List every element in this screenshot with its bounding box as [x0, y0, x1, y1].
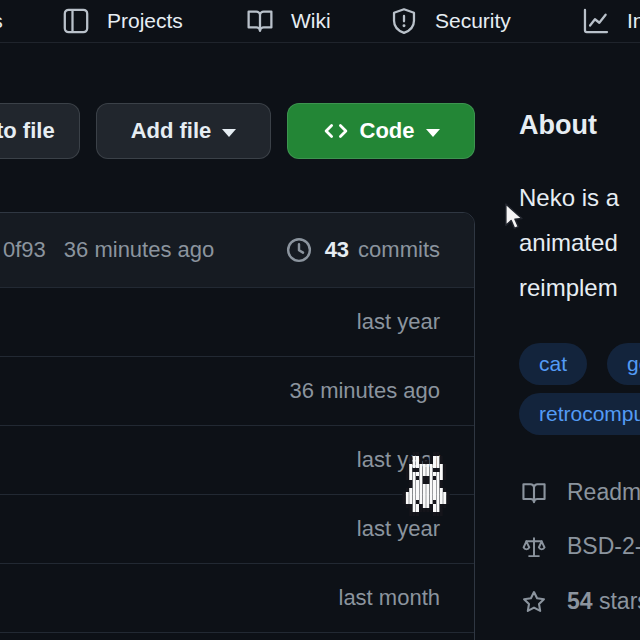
chevron-down-icon [222, 129, 236, 137]
file-updated-time[interactable]: 36 minutes ago [290, 378, 440, 404]
stars-count: 54 [567, 588, 593, 614]
book-icon [521, 480, 547, 506]
commits-count: 43 [325, 237, 349, 263]
topic-tag-retrocomputing[interactable]: retrocomputing [519, 393, 640, 435]
book-icon [246, 7, 274, 35]
nav-label: Insights [627, 9, 640, 33]
law-scales-icon [521, 534, 547, 560]
add-file-label: Add file [131, 118, 212, 144]
nav-label: Security [435, 9, 511, 33]
history-clock-icon [285, 236, 313, 264]
about-description-line: animated [519, 229, 618, 257]
file-updated-time[interactable]: last year [357, 309, 440, 335]
stars-label: stars [599, 588, 640, 614]
table-row[interactable]: 36 minutes ago [0, 356, 474, 425]
code-icon [323, 118, 349, 144]
graph-icon [582, 7, 610, 35]
readme-link[interactable]: Readme [521, 479, 640, 506]
table-row[interactable]: last year [0, 425, 474, 494]
repo-tab-nav: Actions Projects Wiki Security [0, 0, 640, 43]
file-updated-time[interactable]: last month [339, 585, 441, 611]
stars-link[interactable]: 54 stars [521, 588, 640, 615]
neko-cat-sprite [399, 448, 402, 452]
go-to-file-label: Go to file [0, 118, 55, 144]
table-row[interactable]: last year [0, 494, 474, 563]
github-repo-page: Actions Projects Wiki Security [0, 0, 640, 640]
nav-label: Projects [107, 9, 183, 33]
nav-label: Wiki [291, 9, 331, 33]
readme-label: Readme [567, 479, 640, 506]
latest-commit-info: 0f93 36 minutes ago [3, 237, 214, 263]
commit-history-link[interactable]: 43 commits [285, 236, 440, 264]
latest-commit-bar[interactable]: 0f93 36 minutes ago 43 commits [0, 213, 474, 287]
file-table: 0f93 36 minutes ago 43 commits last year… [0, 212, 475, 640]
commits-label: commits [358, 237, 440, 263]
about-description-line: Neko is a [519, 184, 619, 212]
about-heading: About [519, 110, 597, 141]
nav-label: Actions [0, 9, 3, 33]
nav-item-actions[interactable]: Actions [0, 0, 3, 42]
project-icon [62, 7, 90, 35]
go-to-file-button[interactable]: Go to file [0, 103, 80, 159]
commit-sha[interactable]: 0f93 [3, 237, 46, 263]
file-updated-time[interactable]: last year [357, 516, 440, 542]
nav-item-wiki[interactable]: Wiki [246, 0, 331, 42]
nav-item-insights[interactable]: Insights [582, 0, 640, 42]
code-label: Code [360, 118, 415, 144]
stars-text: 54 stars [567, 588, 640, 615]
table-row[interactable]: last month [0, 563, 474, 632]
nav-item-security[interactable]: Security [390, 0, 511, 42]
license-link[interactable]: BSD-2-Clause license [521, 533, 640, 560]
code-button[interactable]: Code [287, 103, 475, 159]
commit-time: 36 minutes ago [64, 237, 214, 263]
mouse-cursor-icon [503, 202, 527, 232]
license-label: BSD-2-Clause license [567, 533, 640, 560]
table-row[interactable] [0, 632, 474, 640]
about-description-line: reimplem [519, 274, 618, 302]
nav-item-projects[interactable]: Projects [62, 0, 183, 42]
add-file-button[interactable]: Add file [96, 103, 271, 159]
topic-tag-cat[interactable]: cat [519, 343, 587, 385]
topic-tag-golang[interactable]: golang [607, 343, 640, 385]
chevron-down-icon [426, 129, 440, 137]
shield-exclamation-icon [390, 7, 418, 35]
table-row[interactable]: last year [0, 287, 474, 356]
star-icon [521, 589, 547, 615]
